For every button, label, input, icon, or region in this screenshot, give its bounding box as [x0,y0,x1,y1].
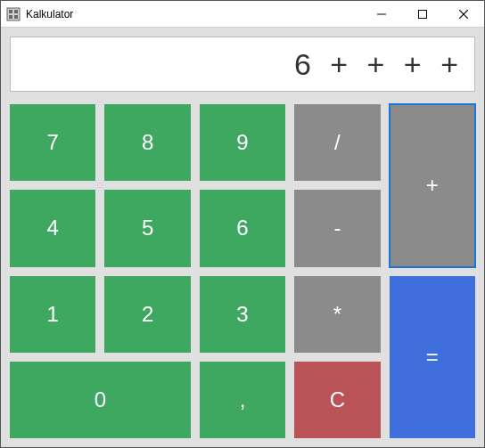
digit-8-button[interactable]: 8 [104,104,190,181]
svg-rect-6 [419,10,427,18]
minus-button[interactable]: - [294,190,380,266]
close-button[interactable] [443,1,484,28]
svg-rect-3 [9,15,12,19]
app-icon [6,7,21,21]
digit-7-button[interactable]: 7 [10,104,95,181]
digit-9-button[interactable]: 9 [200,104,285,181]
comma-button[interactable]: , [200,362,285,438]
display: 6 + + + + [10,37,475,92]
calculator-window: Kalkulator 6 + + + + 7 8 9 / + 4 5 6 - [0,0,485,448]
digit-1-button[interactable]: 1 [10,276,95,353]
titlebar: Kalkulator [1,1,484,28]
plus-button[interactable]: + [390,104,475,267]
window-title: Kalkulator [26,8,73,20]
digit-2-button[interactable]: 2 [104,276,190,353]
maximize-button[interactable] [402,1,443,28]
multiply-button[interactable]: * [294,276,380,353]
svg-rect-2 [14,10,18,13]
client-area: 6 + + + + 7 8 9 / + 4 5 6 - 1 2 3 * = 0 … [1,28,484,447]
button-grid: 7 8 9 / + 4 5 6 - 1 2 3 * = 0 , C [10,104,475,438]
divide-button[interactable]: / [294,104,380,181]
svg-rect-4 [14,15,18,19]
digit-5-button[interactable]: 5 [104,190,190,266]
digit-4-button[interactable]: 4 [10,190,95,266]
digit-3-button[interactable]: 3 [200,276,285,353]
minimize-button[interactable] [361,1,402,28]
digit-0-button[interactable]: 0 [10,362,191,438]
svg-rect-1 [9,10,12,13]
digit-6-button[interactable]: 6 [200,190,285,266]
equals-button[interactable]: = [390,276,475,439]
clear-button[interactable]: C [294,362,380,438]
